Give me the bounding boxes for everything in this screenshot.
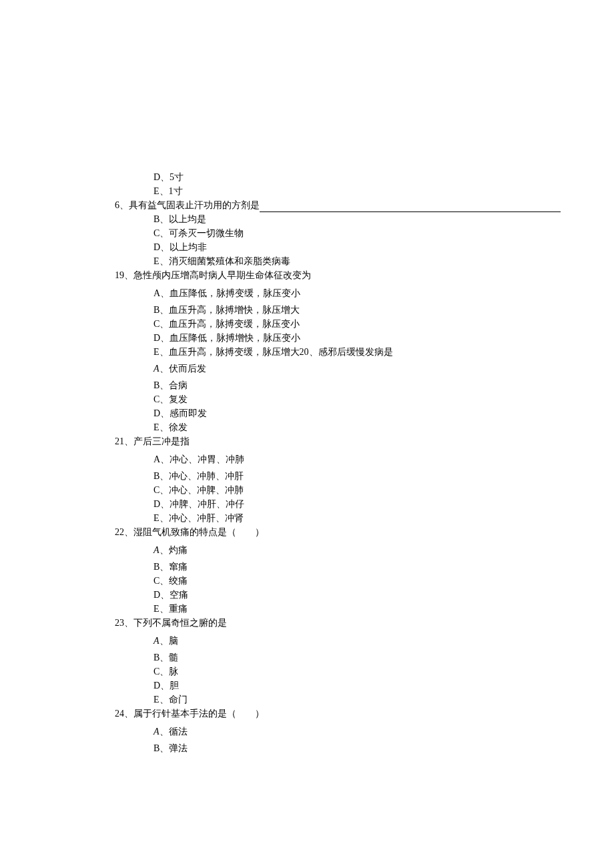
option-line: D、感而即发	[115, 406, 561, 420]
option-letter: A	[154, 545, 160, 555]
option-line: E、徐发	[115, 420, 561, 434]
option-line: C、复发	[115, 392, 561, 406]
option-letter: A	[154, 727, 160, 737]
option-line: E、血压升高，脉搏变缓，脉压增大20、感邪后缓慢发病是	[115, 345, 561, 359]
option-line: A、伏而后发	[115, 362, 561, 376]
option-line: C、可杀灭一切微生物	[115, 226, 561, 240]
option-line: B、窜痛	[115, 560, 561, 574]
question-21: 21、产后三冲是指	[115, 434, 561, 448]
option-line: A、冲心、冲胃、冲肺	[115, 452, 561, 466]
option-line: C、绞痛	[115, 574, 561, 588]
option-letter: A	[154, 364, 160, 374]
option-line: B、髓	[115, 650, 561, 665]
option-line: A、血压降低，脉搏变缓，脉压变小	[115, 286, 561, 300]
option-line: C、冲心、冲脾、冲肺	[115, 483, 561, 497]
option-text: 、脑	[160, 636, 178, 646]
option-line: A、灼痛	[115, 543, 561, 557]
option-text: 、伏而后发	[160, 364, 206, 374]
question-23: 23、下列不属奇恒之腑的是	[115, 616, 561, 630]
option-line: E、冲心、冲肝、冲肾	[115, 511, 561, 525]
option-line: E、命门	[115, 693, 561, 707]
option-line: B、以上均是	[115, 212, 561, 226]
option-text: 、灼痛	[160, 545, 188, 555]
option-line: C、血压升高，脉搏变缓，脉压变小	[115, 317, 561, 331]
underline	[260, 202, 561, 212]
question-19: 19、急性颅内压增高时病人早期生命体征改变为	[115, 268, 561, 282]
option-letter: A	[154, 636, 160, 646]
option-line: E、重痛	[115, 602, 561, 616]
option-line: C、脉	[115, 665, 561, 679]
option-line: D、胆	[115, 679, 561, 693]
option-line: D、冲脾、冲肝、冲仔	[115, 497, 561, 511]
option-line: B、合病	[115, 378, 561, 392]
option-text: 、循法	[160, 727, 188, 737]
option-line: B、血压升高，脉搏增快，脉压增大	[115, 303, 561, 317]
question-24: 24、属于行针基本手法的是（ ）	[115, 707, 561, 721]
question-6: 6、具有益气固表止汗功用的方剂是	[115, 198, 561, 212]
option-line: D、空痛	[115, 588, 561, 602]
option-line: D、以上均非	[115, 240, 561, 254]
option-line: E、消灭细菌繁殖体和亲脂类病毒	[115, 254, 561, 268]
option-line: A、循法	[115, 725, 561, 739]
option-line: B、弹法	[115, 741, 561, 755]
question-text: 6、具有益气固表止汗功用的方剂是	[115, 198, 260, 212]
option-line: D、5寸	[115, 170, 561, 184]
option-line: B、冲心、冲肺、冲肝	[115, 469, 561, 483]
option-line: A、脑	[115, 634, 561, 648]
option-line: D、血压降低，脉搏增快，脉压变小	[115, 331, 561, 345]
question-22: 22、湿阻气机致痛的特点是（ ）	[115, 525, 561, 539]
option-line: E、1寸	[115, 184, 561, 198]
